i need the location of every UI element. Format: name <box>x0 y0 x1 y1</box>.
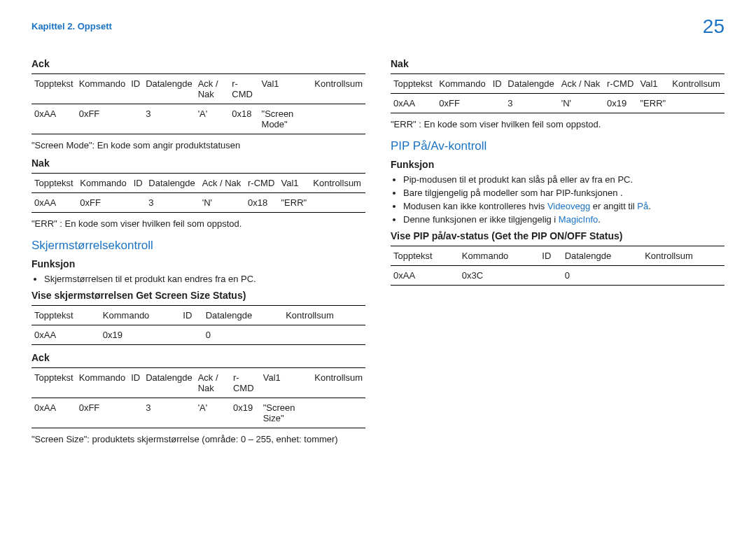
ack2-heading: Ack <box>31 352 365 363</box>
nak-note: "ERR" : En kode som viser hvilken feil s… <box>31 218 365 229</box>
pa-link[interactable]: På <box>637 201 648 211</box>
col-datalengde: Datalengde <box>143 74 195 104</box>
magicinfo-link[interactable]: MagicInfo <box>559 214 598 225</box>
chapter-heading: Kapittel 2. Oppsett <box>31 21 724 31</box>
col-id: ID <box>128 74 143 104</box>
vise-heading: Vise skjermstørrelsen Get Screen Size St… <box>31 290 365 301</box>
funksjon-heading: Funksjon <box>31 258 365 269</box>
text: . <box>598 214 601 225</box>
col-val1: Val1 <box>259 74 312 104</box>
nak-heading: Nak <box>31 157 365 169</box>
list-item: Modusen kan ikke kontrolleres hvis Video… <box>403 201 724 211</box>
right-column: Nak Topptekst Kommando ID Datalengde Ack… <box>391 51 724 450</box>
nak-table: Topptekst Kommando ID Datalengde Ack / N… <box>31 173 365 213</box>
text: Modusen kan ikke kontrolleres hvis <box>403 201 547 211</box>
vise-pip-table: Topptekst Kommando ID Datalengde Kontrol… <box>391 246 724 286</box>
table-row: 0xAA 0xFF 3 'A' 0x18 "Screen Mode" <box>31 104 365 134</box>
list-item: Bare tilgjengelig på modeller som har PI… <box>403 188 724 198</box>
pip-heading: PIP På/Av-kontroll <box>391 139 724 153</box>
col-topptekst: Topptekst <box>31 74 76 104</box>
page-number: 25 <box>703 15 724 38</box>
funksjon-list: Skjermstørrelsen til et produkt kan endr… <box>31 274 365 284</box>
funksjon-list-right: Pip-modusen til et produkt kan slås på e… <box>391 174 724 225</box>
skjerm-heading: Skjermstørrelsekontroll <box>31 239 365 253</box>
col-rcmd: r-CMD <box>229 74 258 104</box>
ack-heading: Ack <box>31 58 365 69</box>
videovegg-link[interactable]: Videovegg <box>547 201 590 211</box>
vise-pip-heading: Vise PIP på/av-status (Get the PIP ON/OF… <box>391 230 724 241</box>
text: Denne funksjonen er ikke tilgjengelig i <box>403 214 559 225</box>
text: . <box>648 201 651 211</box>
table-row: 0xAA 0xFF 3 'A' 0x19 "Screen Size" <box>31 398 365 428</box>
nak-table-right: Topptekst Kommando ID Datalengde Ack / N… <box>391 73 724 113</box>
table-row: 0xAA 0x19 0 <box>31 325 365 345</box>
funksjon-heading-right: Funksjon <box>391 159 724 170</box>
col-kommando: Kommando <box>76 74 128 104</box>
col-acknak: Ack / Nak <box>195 74 230 104</box>
left-column: Ack Topptekst Kommando ID Datalengde Ack… <box>31 51 365 450</box>
list-item: Skjermstørrelsen til et produkt kan endr… <box>44 274 365 284</box>
two-column-layout: Ack Topptekst Kommando ID Datalengde Ack… <box>31 51 724 450</box>
table-row: 0xAA 0xFF 3 'N' 0x19 "ERR" <box>391 94 724 113</box>
text: er angitt til <box>590 201 637 211</box>
list-item: Denne funksjonen er ikke tilgjengelig i … <box>403 214 724 225</box>
nak-note-right: "ERR" : En kode som viser hvilken feil s… <box>391 119 724 129</box>
list-item: Pip-modusen til et produkt kan slås på e… <box>403 174 724 185</box>
vise-table: Topptekst Kommando ID Datalengde Kontrol… <box>31 305 365 345</box>
ack-table: Topptekst Kommando ID Datalengde Ack / N… <box>31 73 365 134</box>
ack2-table: Topptekst Kommando ID Datalengde Ack / N… <box>31 367 365 428</box>
table-row: 0xAA 0x3C 0 <box>391 266 724 286</box>
nak-heading-right: Nak <box>391 58 724 69</box>
table-row: 0xAA 0xFF 3 'N' 0x18 "ERR" <box>31 193 365 213</box>
col-kontrollsum: Kontrollsum <box>312 74 365 104</box>
ack-note: "Screen Mode": En kode som angir produkt… <box>31 140 365 150</box>
ack2-note: "Screen Size": produktets skjermstørrels… <box>31 434 365 444</box>
